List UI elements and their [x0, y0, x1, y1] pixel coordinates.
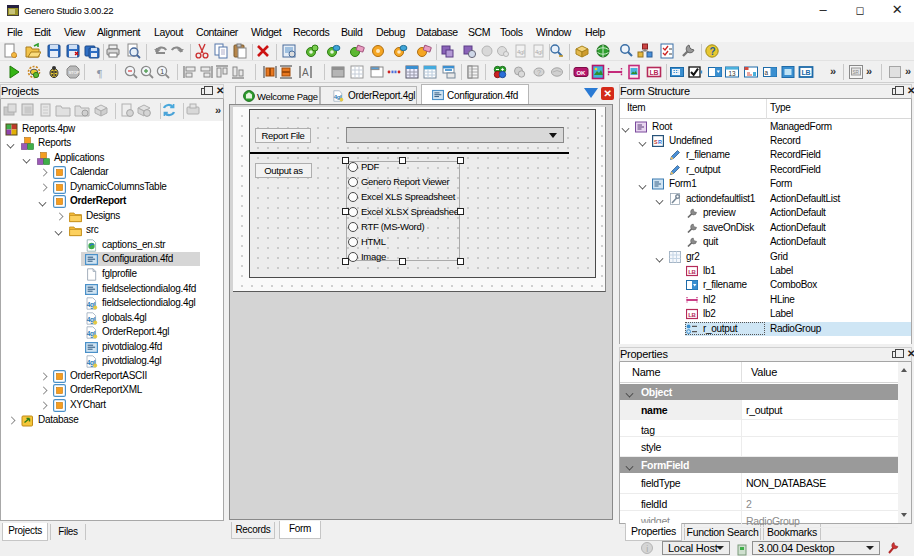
- svg-text:OK: OK: [577, 70, 586, 76]
- svg-text:LB: LB: [688, 269, 696, 275]
- svg-text:13: 13: [729, 70, 736, 77]
- svg-text:1: 1: [160, 68, 164, 75]
- svg-text:4gl: 4gl: [517, 49, 524, 55]
- svg-text:?: ?: [709, 46, 715, 57]
- svg-text:LB: LB: [650, 69, 659, 76]
- svg-text:SR: SR: [853, 70, 860, 75]
- svg-text:A: A: [302, 67, 309, 78]
- svg-text:?: ?: [537, 69, 541, 76]
- svg-text:LB: LB: [688, 312, 696, 318]
- svg-text:4gl: 4gl: [535, 49, 542, 55]
- svg-text:R: R: [658, 138, 662, 144]
- svg-text:¶: ¶: [97, 67, 102, 79]
- svg-text:LB: LB: [802, 69, 811, 76]
- svg-text:STOP: STOP: [68, 70, 79, 75]
